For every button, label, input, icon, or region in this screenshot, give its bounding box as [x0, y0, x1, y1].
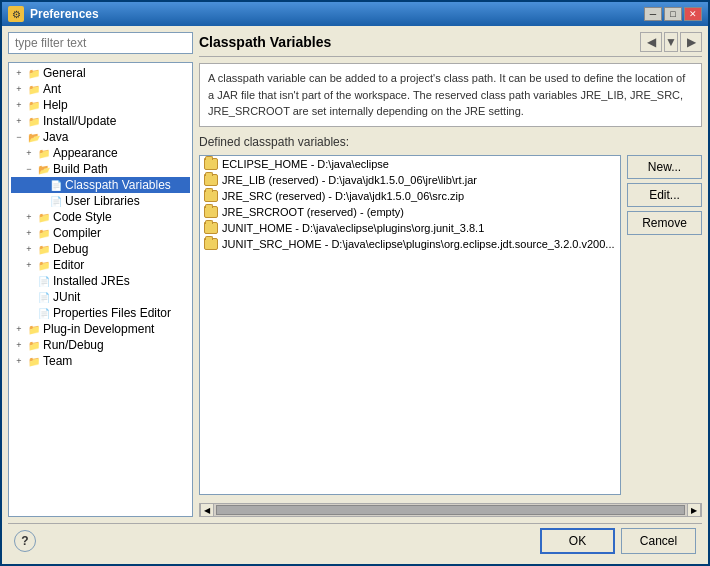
expander-appearance: +: [23, 147, 35, 159]
sidebar-item-installerupdate[interactable]: + 📁 Install/Update: [11, 113, 190, 129]
folder-icon-buildpath: 📂: [37, 162, 51, 176]
page-icon-userlibraries: 📄: [49, 194, 63, 208]
folder-icon-jre-src: [204, 190, 218, 202]
variable-buttons: New... Edit... Remove: [627, 155, 702, 496]
tree-container: + 📁 General + 📁 Ant + 📁 Help: [8, 62, 193, 517]
folder-icon-general: 📁: [27, 66, 41, 80]
edit-button[interactable]: Edit...: [627, 183, 702, 207]
variable-item-jre-srcroot[interactable]: JRE_SRCROOT (reserved) - (empty): [200, 204, 620, 220]
variable-item-eclipse-home[interactable]: ECLIPSE_HOME - D:\java\eclipse: [200, 156, 620, 172]
variables-list: ECLIPSE_HOME - D:\java\eclipse JRE_LIB (…: [199, 155, 621, 496]
sidebar-item-userlibraries[interactable]: 📄 User Libraries: [11, 193, 190, 209]
variable-label: JUNIT_HOME - D:\java\eclipse\plugins\org…: [222, 222, 484, 234]
page-icon-propertieseditor: 📄: [37, 306, 51, 320]
variable-item-jre-lib[interactable]: JRE_LIB (reserved) - D:\java\jdk1.5.0_06…: [200, 172, 620, 188]
folder-icon-installupdate: 📁: [27, 114, 41, 128]
expander-installupdate: +: [13, 115, 25, 127]
sidebar-item-label: Help: [43, 98, 68, 112]
right-header: Classpath Variables ◀ ▼ ▶: [199, 32, 702, 57]
sidebar-item-team[interactable]: + 📁 Team: [11, 353, 190, 369]
page-icon-installedjres: 📄: [37, 274, 51, 288]
cancel-button[interactable]: Cancel: [621, 528, 696, 554]
expander-junit: [23, 291, 35, 303]
page-icon-junit: 📄: [37, 290, 51, 304]
sidebar-item-label: Plug-in Development: [43, 322, 154, 336]
sidebar-item-general[interactable]: + 📁 General: [11, 65, 190, 81]
expander-team: +: [13, 355, 25, 367]
sidebar-item-ant[interactable]: + 📁 Ant: [11, 81, 190, 97]
sidebar-item-label: Build Path: [53, 162, 108, 176]
window-title: Preferences: [30, 7, 99, 21]
expander-help: +: [13, 99, 25, 111]
folder-icon-codestyle: 📁: [37, 210, 51, 224]
scroll-left-button[interactable]: ◀: [200, 503, 214, 517]
variable-label: JUNIT_SRC_HOME - D:\java\eclipse\plugins…: [222, 238, 615, 250]
sidebar-item-compiler[interactable]: + 📁 Compiler: [11, 225, 190, 241]
folder-icon-jre-lib: [204, 174, 218, 186]
sidebar-item-label: General: [43, 66, 86, 80]
folder-icon-junit-home: [204, 222, 218, 234]
sidebar-item-debug[interactable]: + 📁 Debug: [11, 241, 190, 257]
scroll-right-button[interactable]: ▶: [687, 503, 701, 517]
sidebar-item-label: Team: [43, 354, 72, 368]
expander-compiler: +: [23, 227, 35, 239]
filter-input[interactable]: [8, 32, 193, 54]
nav-dropdown-button[interactable]: ▼: [664, 32, 678, 52]
expander-rundebug: +: [13, 339, 25, 351]
sidebar-item-plugindevelopment[interactable]: + 📁 Plug-in Development: [11, 321, 190, 337]
back-button[interactable]: ◀: [640, 32, 662, 52]
window-controls: ─ □ ✕: [644, 7, 702, 21]
sidebar-item-help[interactable]: + 📁 Help: [11, 97, 190, 113]
new-button[interactable]: New...: [627, 155, 702, 179]
description-text: A classpath variable can be added to a p…: [208, 72, 685, 117]
sidebar-item-label: Compiler: [53, 226, 101, 240]
expander-buildpath: −: [23, 163, 35, 175]
ok-button[interactable]: OK: [540, 528, 615, 554]
maximize-button[interactable]: □: [664, 7, 682, 21]
sidebar-item-installedjres[interactable]: 📄 Installed JREs: [11, 273, 190, 289]
folder-icon-help: 📁: [27, 98, 41, 112]
sidebar-item-junit[interactable]: 📄 JUnit: [11, 289, 190, 305]
sidebar-item-appearance[interactable]: + 📁 Appearance: [11, 145, 190, 161]
sidebar-item-codestyle[interactable]: + 📁 Code Style: [11, 209, 190, 225]
remove-button[interactable]: Remove: [627, 211, 702, 235]
variable-item-jre-src[interactable]: JRE_SRC (reserved) - D:\java\jdk1.5.0_06…: [200, 188, 620, 204]
titlebar-left: ⚙ Preferences: [8, 6, 99, 22]
sidebar-item-label: Appearance: [53, 146, 118, 160]
variable-item-junit-home[interactable]: JUNIT_HOME - D:\java\eclipse\plugins\org…: [200, 220, 620, 236]
forward-button[interactable]: ▶: [680, 32, 702, 52]
expander-installedjres: [23, 275, 35, 287]
folder-icon-rundebug: 📁: [27, 338, 41, 352]
expander-propertieseditor: [23, 307, 35, 319]
folder-icon-java: 📂: [27, 130, 41, 144]
variables-label: Defined classpath variables:: [199, 135, 702, 149]
left-panel: + 📁 General + 📁 Ant + 📁 Help: [8, 32, 193, 517]
sidebar-item-label: Debug: [53, 242, 88, 256]
expander-userlibraries: [35, 195, 47, 207]
sidebar-item-classpathvariables[interactable]: 📄 Classpath Variables: [11, 177, 190, 193]
sidebar-item-rundebug[interactable]: + 📁 Run/Debug: [11, 337, 190, 353]
sidebar-item-java[interactable]: − 📂 Java: [11, 129, 190, 145]
variable-item-junit-src-home[interactable]: JUNIT_SRC_HOME - D:\java\eclipse\plugins…: [200, 236, 620, 252]
dialog-buttons: OK Cancel: [540, 528, 696, 554]
page-icon-classpathvariables: 📄: [49, 178, 63, 192]
folder-icon-editor: 📁: [37, 258, 51, 272]
variable-label: JRE_SRC (reserved) - D:\java\jdk1.5.0_06…: [222, 190, 464, 202]
sidebar-item-editor[interactable]: + 📁 Editor: [11, 257, 190, 273]
folder-icon-eclipse-home: [204, 158, 218, 170]
scroll-thumb[interactable]: [216, 505, 685, 515]
nav-buttons: ◀ ▼ ▶: [640, 32, 702, 52]
expander-editor: +: [23, 259, 35, 271]
main-content: + 📁 General + 📁 Ant + 📁 Help: [8, 32, 702, 517]
sidebar-item-buildpath[interactable]: − 📂 Build Path: [11, 161, 190, 177]
expander-plugindevelopment: +: [13, 323, 25, 335]
sidebar-item-label: User Libraries: [65, 194, 140, 208]
help-button[interactable]: ?: [14, 530, 36, 552]
titlebar: ⚙ Preferences ─ □ ✕: [2, 2, 708, 26]
sidebar-item-label: Editor: [53, 258, 84, 272]
sidebar-item-label: Ant: [43, 82, 61, 96]
close-button[interactable]: ✕: [684, 7, 702, 21]
minimize-button[interactable]: ─: [644, 7, 662, 21]
expander-general: +: [13, 67, 25, 79]
sidebar-item-propertieseditor[interactable]: 📄 Properties Files Editor: [11, 305, 190, 321]
